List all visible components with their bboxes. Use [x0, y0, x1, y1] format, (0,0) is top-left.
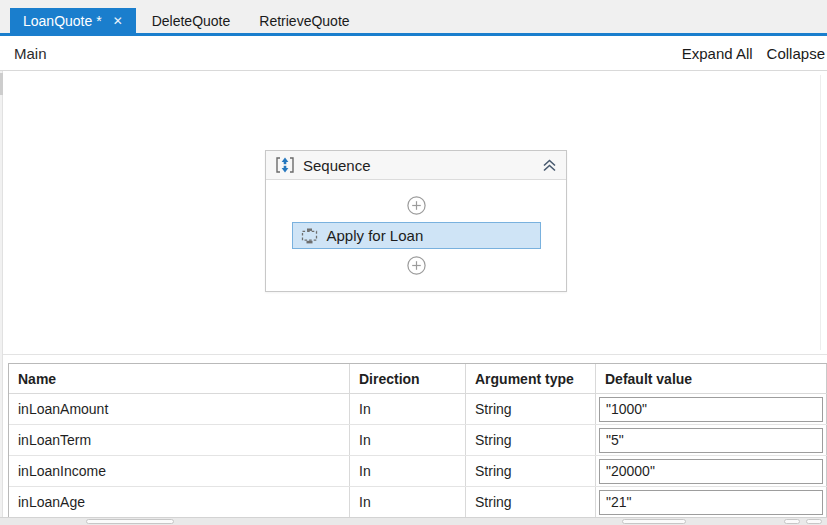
left-scroll-thumb[interactable] [0, 73, 3, 95]
activity-label: Apply for Loan [327, 227, 424, 244]
column-header-name: Name [9, 364, 350, 393]
column-header-default-value: Default value [596, 364, 827, 393]
activity-apply-for-loan[interactable]: Apply for Loan [292, 222, 541, 249]
close-icon[interactable]: ✕ [113, 15, 123, 27]
tab-deletequote[interactable]: DeleteQuote [139, 8, 244, 33]
left-scroll-track[interactable] [0, 71, 3, 517]
sequence-container[interactable]: Sequence [265, 150, 567, 292]
argument-default-cell [596, 487, 827, 517]
tab-retrievequote-label: RetrieveQuote [259, 13, 349, 29]
argument-direction-cell[interactable]: In [350, 456, 466, 486]
argument-name-cell[interactable]: inLoanAmount [9, 394, 350, 424]
add-activity-button-bottom[interactable] [407, 256, 426, 275]
default-value-input[interactable] [599, 428, 823, 453]
argument-type-cell[interactable]: String [466, 394, 596, 424]
sequence-body: Apply for Loan [266, 180, 566, 291]
chevron-double-up-icon[interactable] [542, 159, 557, 172]
arguments-table: Name Direction Argument type Default val… [8, 363, 827, 519]
argument-default-cell [596, 456, 827, 486]
sequence-title: Sequence [303, 157, 534, 174]
column-header-direction: Direction [350, 364, 466, 393]
argument-default-cell [596, 394, 827, 424]
argument-direction-cell[interactable]: In [350, 487, 466, 517]
argument-name-cell[interactable]: inLoanAge [9, 487, 350, 517]
plus-circle-icon [407, 196, 426, 215]
arguments-table-header: Name Direction Argument type Default val… [9, 364, 827, 394]
add-activity-button-top[interactable] [407, 196, 426, 215]
column-header-argument-type: Argument type [466, 364, 596, 393]
argument-type-cell[interactable]: String [466, 456, 596, 486]
collapse-all-button[interactable]: Collapse All [767, 45, 827, 62]
default-value-input[interactable] [599, 490, 823, 515]
argument-direction-cell[interactable]: In [350, 394, 466, 424]
horizontal-scrollbar[interactable] [0, 517, 827, 525]
argument-default-cell [596, 425, 827, 455]
table-row: inLoanAmount In String [9, 394, 827, 425]
scrollbar-thumb[interactable] [86, 519, 174, 524]
argument-type-cell[interactable]: String [466, 425, 596, 455]
scrollbar-thumb[interactable] [622, 519, 686, 524]
document-tab-bar: LoanQuote * ✕ DeleteQuote RetrieveQuote [0, 0, 827, 36]
canvas-scroll-track [820, 75, 821, 350]
activity-screen-icon [301, 228, 318, 244]
table-row: inLoanAge In String [9, 487, 827, 518]
tab-loanquote[interactable]: LoanQuote * ✕ [10, 8, 136, 33]
scrollbar-button[interactable] [806, 519, 822, 524]
tab-deletequote-label: DeleteQuote [152, 13, 231, 29]
argument-name-cell[interactable]: inLoanTerm [9, 425, 350, 455]
workflow-designer-window: { "colors": { "tab_blue": "#1a7ecd", "ac… [0, 0, 827, 525]
argument-name-cell[interactable]: inLoanIncome [9, 456, 350, 486]
breadcrumb: Main [14, 45, 47, 62]
scrollbar-button[interactable] [784, 519, 800, 524]
default-value-input[interactable] [599, 459, 823, 484]
sequence-header[interactable]: Sequence [266, 151, 566, 180]
designer-canvas[interactable]: Sequence [0, 71, 827, 355]
default-value-input[interactable] [599, 397, 823, 422]
plus-circle-icon [407, 256, 426, 275]
argument-type-cell[interactable]: String [466, 487, 596, 517]
table-row: inLoanTerm In String [9, 425, 827, 456]
sequence-icon [275, 157, 295, 173]
argument-direction-cell[interactable]: In [350, 425, 466, 455]
table-row: inLoanIncome In String [9, 456, 827, 487]
tab-loanquote-label: LoanQuote * [23, 13, 102, 29]
expand-all-button[interactable]: Expand All [682, 45, 753, 62]
designer-breadcrumb-bar: Main Expand All Collapse All [0, 36, 827, 71]
tab-retrievequote[interactable]: RetrieveQuote [246, 8, 362, 33]
